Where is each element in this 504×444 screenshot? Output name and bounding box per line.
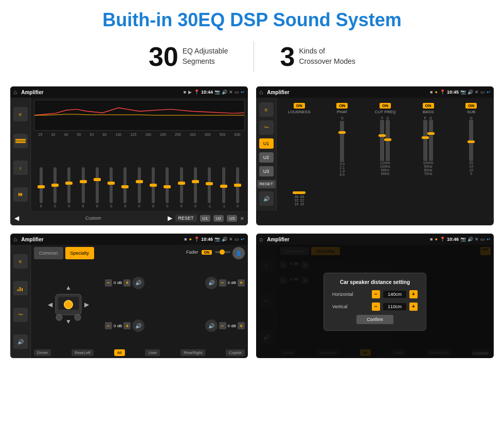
fader-toggle[interactable]: ON xyxy=(202,250,212,255)
up-arrow[interactable]: ▲ xyxy=(65,284,71,291)
vertical-minus[interactable]: − xyxy=(372,303,380,311)
footer-all[interactable]: All xyxy=(114,349,125,356)
footer-rearleft[interactable]: RearLeft xyxy=(71,349,94,356)
cutfreq-on[interactable]: ON xyxy=(380,103,391,109)
speaker-sidebar: ≡ 〜 🔊 xyxy=(10,245,31,358)
eq-slider-7[interactable]: 0 xyxy=(138,167,141,208)
crossover-reset-btn[interactable]: RESET xyxy=(257,180,276,188)
screen-crossover: ⌂ Amplifier ■ ● 📍 10:45 📷 🔊 ✕ ▭ ↩ ≡ 〜 U1… xyxy=(256,86,494,225)
eq-prev-btn[interactable]: ◀ xyxy=(14,215,19,222)
left-arrow[interactable]: ◀ xyxy=(48,301,52,308)
crossover-wave-btn[interactable]: 〜 xyxy=(259,120,274,135)
eq-slider-0[interactable]: 0 xyxy=(40,167,43,208)
eq-slider-6[interactable]: 0 xyxy=(123,167,127,208)
left-bottom-plus[interactable]: + xyxy=(123,322,131,329)
bass-on[interactable]: ON xyxy=(423,103,434,109)
eq-u1-btn[interactable]: U1 xyxy=(200,215,210,222)
speaker-home-icon[interactable]: ⌂ xyxy=(13,236,17,243)
horizontal-minus[interactable]: − xyxy=(372,290,380,298)
eq-sidebar-btn-3[interactable]: ♪ xyxy=(13,161,28,175)
crossover-home-icon[interactable]: ⌂ xyxy=(259,88,263,96)
screen-eq: ⌂ Amplifier ■ ▶ 📍 10:44 📷 🔊 ✕ ▭ ↩ ≡ xyxy=(10,86,248,225)
eq-slider-2[interactable]: 0 xyxy=(67,167,70,208)
crossover-status-icons: 📍 10:45 📷 🔊 ✕ ▭ ↩ xyxy=(440,90,491,95)
right-bottom-db: 🔊 − 0 dB + xyxy=(176,306,245,347)
confirm-button[interactable]: Confirm xyxy=(356,315,393,324)
distance-time: 10:46 xyxy=(447,237,459,242)
eq-slider-5[interactable]: 0 xyxy=(110,167,113,208)
eq-next-btn[interactable]: ▶ xyxy=(168,215,172,222)
phat-title: PHAT xyxy=(337,110,348,114)
eq-slider-9[interactable]: 0 xyxy=(166,167,169,208)
eq-sidebar-btn-4[interactable] xyxy=(13,187,28,202)
crossover-back-icon[interactable]: ↩ xyxy=(487,90,491,95)
joystick-area[interactable]: ▲ ▼ ◀ ▶ xyxy=(34,262,103,346)
home-icon[interactable]: ⌂ xyxy=(13,88,17,96)
crossover-menu-btn[interactable]: ≡ xyxy=(259,102,274,117)
distance-loc-icon: 📍 xyxy=(440,237,445,242)
eq-slider-8[interactable]: 0 xyxy=(152,167,155,208)
main-title: Buith-in 30EQ DSP Sound System xyxy=(0,0,504,36)
tab-specialty[interactable]: Specialty xyxy=(65,247,95,259)
eq-slider-10[interactable]: 0 xyxy=(180,167,183,208)
right-bottom-minus[interactable]: − xyxy=(219,322,226,329)
fader-row: Fader ON xyxy=(186,247,230,257)
sub-on[interactable]: ON xyxy=(465,103,477,109)
phat-on[interactable]: ON xyxy=(336,103,348,109)
eq-u2-btn[interactable]: U2 xyxy=(213,215,224,222)
eq-u3-btn[interactable]: U3 xyxy=(227,215,237,222)
crossover-u1-btn[interactable]: U1 xyxy=(259,138,274,149)
footer-driver[interactable]: Driver xyxy=(34,349,51,356)
svg-marker-0 xyxy=(19,192,21,197)
down-arrow[interactable]: ▼ xyxy=(65,318,71,325)
right-bottom-plus[interactable]: + xyxy=(238,322,245,329)
vertical-label: Vertical xyxy=(332,304,369,309)
left-bottom-val: 0 dB xyxy=(114,324,122,328)
left-top-plus[interactable]: + xyxy=(123,279,131,287)
distance-vol-icon: 🔊 xyxy=(467,237,473,242)
right-top-db: 🔊 − 0 dB + xyxy=(176,262,245,304)
stat-crossover: 3 Kinds of Crossover Modes xyxy=(254,41,381,72)
eq-slider-3[interactable]: 0 xyxy=(82,167,85,208)
loudness-on[interactable]: ON xyxy=(294,103,305,109)
distance-back-icon[interactable]: ↩ xyxy=(487,237,491,242)
eq-slider-11[interactable]: 0 xyxy=(194,167,197,208)
crossover-u3-btn[interactable]: U3 xyxy=(259,166,274,176)
speaker-wave-btn[interactable]: 〜 xyxy=(13,308,28,322)
crossover-phat: ON PHAT G 3.0 2.1 1.3 0.5 xyxy=(322,103,363,206)
footer-copilot[interactable]: Copilot xyxy=(226,349,245,356)
vertical-plus[interactable]: + xyxy=(409,303,418,311)
right-top-plus[interactable]: + xyxy=(238,279,245,287)
right-arrow[interactable]: ▶ xyxy=(84,301,89,308)
eq-expand-icon[interactable]: » xyxy=(240,215,244,222)
eq-slider-1[interactable]: 0 xyxy=(53,167,57,208)
svg-rect-5 xyxy=(22,288,23,291)
left-top-minus[interactable]: − xyxy=(105,279,112,287)
eq-sidebar-btn-2[interactable] xyxy=(13,134,28,148)
user-avatar-icon[interactable]: 👤 xyxy=(232,247,245,259)
speaker-eq-btn[interactable] xyxy=(13,281,28,295)
screen-distance: ⌂ Amplifier ■ ● 📍 10:46 📷 🔊 ✕ ▭ ↩ ≡ 〜 🔊 xyxy=(256,234,494,358)
eq-reset-btn[interactable]: RESET xyxy=(175,215,197,222)
speaker-spk-btn[interactable]: 🔊 xyxy=(13,334,28,349)
footer-rearright[interactable]: RearRight xyxy=(181,349,205,356)
eq-slider-4[interactable]: 0 xyxy=(96,167,99,208)
crossover-cam-icon: 📷 xyxy=(460,90,466,95)
tab-common[interactable]: Common xyxy=(34,247,63,259)
crossover-u2-btn[interactable]: U2 xyxy=(259,152,274,163)
speaker-menu-btn[interactable]: ≡ xyxy=(13,254,28,269)
eq-time: 10:44 xyxy=(201,90,213,95)
speaker-back-icon[interactable]: ↩ xyxy=(241,237,245,242)
eq-sidebar-btn-1[interactable]: ≡ xyxy=(13,107,28,121)
right-top-minus[interactable]: − xyxy=(219,279,226,287)
horizontal-plus[interactable]: + xyxy=(409,290,418,298)
distance-home-icon[interactable]: ⌂ xyxy=(259,236,263,243)
back-icon[interactable]: ↩ xyxy=(241,90,245,95)
footer-user[interactable]: User xyxy=(145,349,160,356)
eq-slider-13[interactable]: -1 xyxy=(222,167,225,208)
eq-slider-12[interactable]: -1 xyxy=(208,167,211,208)
minimize-icon: ▭ xyxy=(235,90,239,95)
left-bottom-minus[interactable]: − xyxy=(105,322,112,329)
crossover-speaker-btn[interactable]: 🔊 xyxy=(259,191,274,206)
eq-slider-14[interactable]: 0 xyxy=(236,167,239,208)
